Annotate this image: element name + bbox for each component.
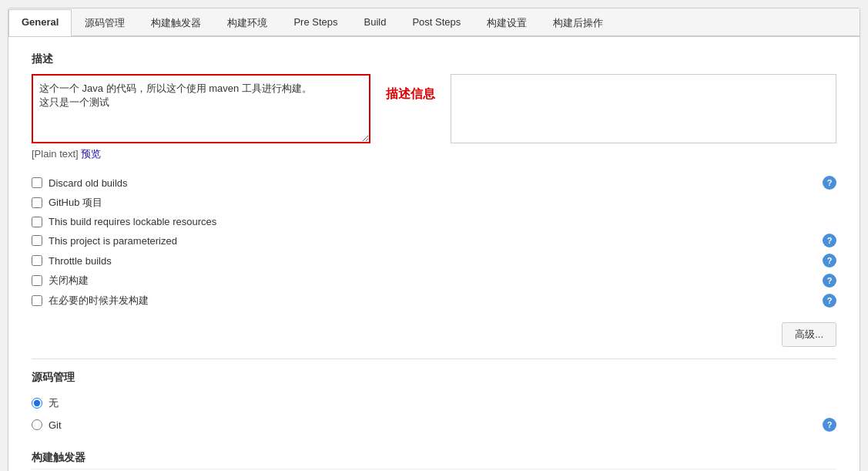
checkbox-lockable-resources[interactable] — [32, 217, 42, 227]
tab-post-build[interactable]: 构建后操作 — [540, 9, 616, 36]
description-section: 描述 这个一个 Java 的代码，所以这个使用 maven 工具进行构建。 这只… — [32, 52, 836, 161]
help-icon-parameterized[interactable]: ? — [823, 234, 836, 247]
radio-none[interactable] — [32, 398, 42, 409]
help-icon-disable[interactable]: ? — [823, 274, 836, 288]
help-icon-git[interactable]: ? — [823, 418, 836, 432]
help-icon-discard[interactable]: ? — [823, 176, 836, 190]
checkbox-github-project[interactable] — [32, 197, 42, 208]
checkbox-label-concurrent: 在必要的时候并发构建 — [49, 294, 149, 308]
tab-general[interactable]: General — [8, 9, 72, 36]
tab-post-steps[interactable]: Post Steps — [399, 9, 474, 36]
scm-title: 源码管理 — [32, 371, 836, 385]
checkbox-label-discard: Discard old builds — [49, 177, 128, 189]
help-icon-throttle[interactable]: ? — [823, 254, 836, 267]
checkbox-label-github: GitHub 项目 — [49, 196, 102, 210]
checkbox-row-throttle: Throttle builds ? — [32, 251, 836, 271]
checkbox-row-disable: 关闭构建 ? — [32, 271, 836, 291]
checkbox-label-parameterized: This project is parameterized — [49, 235, 177, 247]
description-extra-area — [451, 74, 836, 143]
checkbox-throttle-builds[interactable] — [32, 255, 42, 266]
tab-scm[interactable]: 源码管理 — [72, 9, 138, 36]
build-triggers-title: 构建触发器 — [32, 451, 836, 469]
scm-section: 源码管理 无 Git ? — [32, 371, 836, 436]
radio-row-git: Git ? — [32, 414, 836, 436]
tab-pre-steps[interactable]: Pre Steps — [280, 9, 350, 36]
radio-git[interactable] — [32, 419, 42, 430]
checkbox-row-parameterized: This project is parameterized ? — [32, 230, 836, 251]
checkbox-row-lockable: This build requires lockable resources — [32, 213, 836, 230]
checkbox-concurrent-builds[interactable] — [32, 295, 42, 306]
checkbox-label-disable: 关闭构建 — [49, 274, 89, 288]
tab-build[interactable]: Build — [351, 9, 400, 36]
description-hint: 描述信息 — [386, 74, 435, 103]
checkbox-disable-build[interactable] — [32, 275, 42, 286]
section-divider-1 — [32, 358, 836, 359]
description-title: 描述 — [32, 52, 836, 66]
checkbox-label-lockable: This build requires lockable resources — [49, 216, 216, 227]
checkbox-label-throttle: Throttle builds — [49, 255, 112, 267]
content-area: 描述 这个一个 Java 的代码，所以这个使用 maven 工具进行构建。 这只… — [8, 37, 860, 471]
checkbox-discard-old-builds[interactable] — [32, 177, 42, 188]
description-wrapper: 这个一个 Java 的代码，所以这个使用 maven 工具进行构建。 这只是一个… — [32, 74, 836, 143]
radio-label-git: Git — [49, 419, 62, 431]
checkbox-row-discard: Discard old builds ? — [32, 173, 836, 193]
help-icon-concurrent[interactable]: ? — [823, 294, 836, 308]
checkboxes-section: Discard old builds ? GitHub 项目 This buil… — [32, 173, 836, 311]
preview-link[interactable]: 预览 — [81, 148, 101, 160]
main-container: General 源码管理 构建触发器 构建环境 Pre Steps Build … — [8, 8, 860, 471]
tab-bar: General 源码管理 构建触发器 构建环境 Pre Steps Build … — [8, 8, 860, 37]
checkbox-parameterized[interactable] — [32, 235, 42, 246]
tab-triggers[interactable]: 构建触发器 — [138, 9, 214, 36]
tab-settings[interactable]: 构建设置 — [474, 9, 540, 36]
checkbox-row-github: GitHub 项目 — [32, 193, 836, 213]
advanced-row: 高级... — [32, 322, 836, 347]
radio-label-none: 无 — [49, 396, 59, 410]
radio-row-none: 无 — [32, 392, 836, 414]
checkbox-row-concurrent: 在必要的时候并发构建 ? — [32, 291, 836, 311]
plain-text-row: [Plain text] 预览 — [32, 147, 836, 161]
description-textarea[interactable]: 这个一个 Java 的代码，所以这个使用 maven 工具进行构建。 这只是一个… — [32, 74, 370, 143]
advanced-button[interactable]: 高级... — [782, 322, 836, 347]
plain-text-label: [Plain text] — [32, 148, 79, 160]
tab-environment[interactable]: 构建环境 — [214, 9, 280, 36]
